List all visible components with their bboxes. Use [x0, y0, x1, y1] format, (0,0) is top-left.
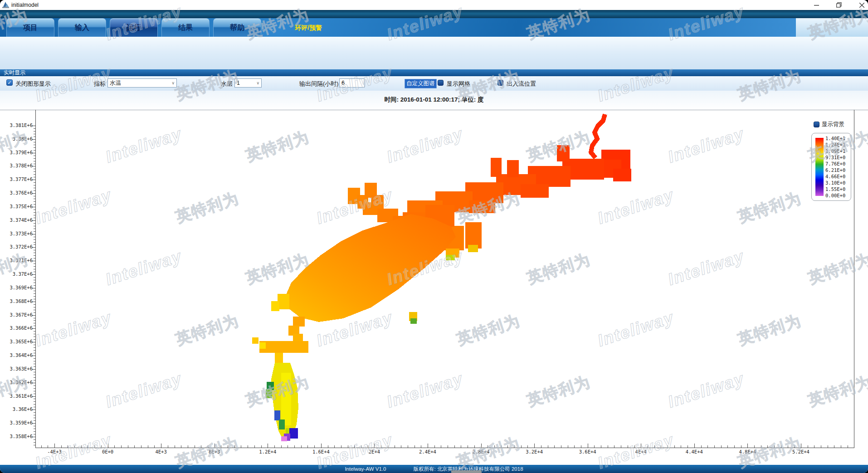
menu-tab-input[interactable]: 输入 [58, 18, 106, 37]
x-axis-minor-tick [448, 445, 448, 448]
y-axis-minor-tick [34, 229, 35, 229]
realtime-section-title: 实时显示 [4, 69, 25, 77]
y-axis-minor-tick [34, 272, 35, 272]
y-axis-minor-tick [34, 420, 35, 421]
x-axis-minor-tick [581, 445, 581, 448]
y-axis-label: 3.376E+6 [1, 190, 33, 195]
y-axis-tick [32, 369, 35, 370]
flow-positions-checkbox[interactable] [497, 80, 503, 86]
y-axis-minor-tick [34, 283, 35, 283]
x-axis-minor-tick [288, 445, 288, 448]
y-axis-minor-tick [34, 326, 35, 326]
x-axis-label: 1.6E+4 [303, 449, 339, 454]
x-axis-tick [534, 444, 535, 448]
show-background-checkbox[interactable] [814, 122, 819, 127]
y-axis-tick [32, 342, 35, 342]
y-axis-minor-tick [34, 210, 35, 210]
y-axis-tick [32, 302, 35, 302]
y-axis-minor-tick [34, 171, 35, 172]
y-axis-minor-tick [34, 377, 35, 378]
close-graph-checkbox[interactable] [6, 79, 13, 86]
x-axis-label: 5.2E+4 [783, 449, 819, 454]
y-axis-minor-tick [34, 394, 35, 394]
restore-button[interactable] [835, 1, 843, 9]
y-axis-minor-tick [34, 285, 35, 286]
y-axis-tick [32, 423, 35, 424]
color-scale-values: 1.40E+11.24E+11.09E+19.31E+07.76E+06.21E… [825, 136, 845, 198]
y-axis-label: 3.375E+6 [1, 204, 33, 209]
y-axis-tick [32, 193, 35, 194]
x-axis-minor-tick [734, 445, 735, 448]
indicator-select[interactable]: 水温 ∨ [107, 78, 177, 88]
y-axis-minor-tick [34, 145, 35, 145]
x-axis-minor-tick [554, 445, 555, 448]
y-axis-minor-tick [34, 239, 35, 240]
x-axis-label: -4E+3 [36, 449, 73, 454]
y-axis-minor-tick [34, 280, 35, 280]
indicator-value: 水温 [110, 79, 121, 87]
menu-tab-run[interactable]: 运行 [110, 18, 158, 37]
y-axis-minor-tick [34, 150, 35, 151]
x-axis-minor-tick [701, 445, 702, 448]
x-axis-minor-tick [488, 445, 488, 448]
x-axis-minor-tick [654, 445, 655, 448]
temperature-heatmap [0, 110, 868, 465]
x-axis-minor-tick [341, 445, 341, 448]
y-axis-minor-tick [34, 434, 35, 434]
y-axis-label: 3.36E+6 [1, 406, 33, 412]
y-axis-minor-tick [34, 177, 35, 177]
y-axis-label: 3.364E+6 [1, 352, 33, 358]
x-axis-tick [481, 444, 482, 448]
y-axis-minor-tick [34, 364, 35, 364]
x-axis-minor-tick [195, 445, 195, 448]
minimize-button[interactable] [813, 1, 820, 9]
y-axis-minor-tick [34, 429, 35, 429]
interval-input[interactable] [339, 78, 365, 88]
tab-env-warning[interactable]: 环评/预警 [295, 24, 322, 32]
legend-value: 1.55E+0 [825, 186, 845, 192]
show-grid-checkbox[interactable] [438, 80, 444, 86]
y-axis-minor-tick [34, 334, 35, 334]
y-axis-minor-tick [34, 190, 35, 191]
y-axis-minor-tick [34, 215, 35, 215]
y-axis-tick [32, 153, 35, 153]
x-axis-label: 0E+0 [90, 449, 126, 454]
x-axis-label: 3.6E+4 [570, 449, 606, 454]
y-axis-minor-tick [34, 226, 35, 226]
y-axis-minor-tick [34, 336, 35, 337]
x-axis-minor-tick [774, 445, 775, 448]
y-axis-label: 3.362E+6 [1, 380, 33, 385]
menu-tab-results[interactable]: 结果 [161, 18, 210, 37]
x-axis-minor-tick [628, 445, 628, 448]
x-axis-minor-tick [781, 445, 781, 448]
x-axis-minor-tick [208, 445, 208, 448]
close-button[interactable] [858, 1, 865, 9]
x-axis-minor-tick [561, 445, 561, 448]
menu-tab-help[interactable]: 帮助 [213, 18, 261, 37]
x-axis-tick [588, 444, 588, 448]
realtime-controls: 关闭图形显示 指标 水温 ∨ 水层 1 ∨ 输出间隔(小时) 自定义图谱 显示网… [0, 76, 868, 91]
bottom-edge-notch [451, 470, 482, 473]
x-axis-minor-tick [454, 445, 455, 448]
x-axis-tick [801, 444, 801, 448]
y-axis-label: 3.363E+6 [1, 366, 33, 371]
y-axis-tick [32, 383, 35, 383]
y-axis-minor-tick [34, 147, 35, 148]
x-axis-tick [108, 444, 108, 448]
y-axis-minor-tick [34, 418, 35, 418]
x-axis-label: 4E+3 [143, 449, 179, 454]
custom-palette-button[interactable]: 自定义图谱 [405, 79, 437, 88]
chevron-down-icon: ∨ [171, 81, 175, 85]
x-axis-minor-tick [114, 445, 115, 448]
y-axis-minor-tick [34, 399, 35, 399]
menu-tab-project[interactable]: 项目 [6, 18, 54, 37]
y-axis-minor-tick [34, 164, 35, 164]
x-axis-minor-tick [88, 445, 88, 448]
x-axis-minor-tick [474, 445, 475, 448]
y-axis-minor-tick [34, 250, 35, 250]
y-axis-label: 3.379E+6 [1, 150, 33, 155]
x-axis-minor-tick [794, 445, 795, 448]
y-axis-minor-tick [34, 158, 35, 159]
layer-select[interactable]: 1 ∨ [234, 78, 262, 88]
close-graph-label: 关闭图形显示 [15, 80, 51, 88]
